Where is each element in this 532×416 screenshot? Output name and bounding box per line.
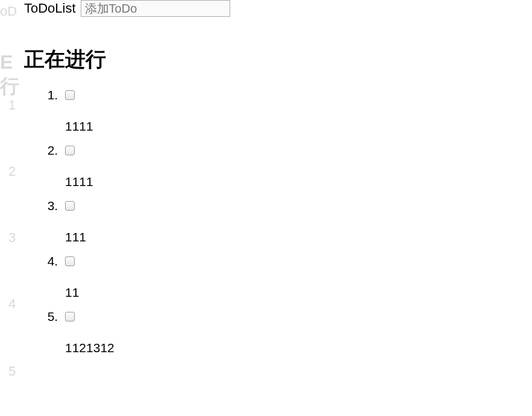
todo-checkbox[interactable] xyxy=(65,146,75,155)
todo-checkbox[interactable] xyxy=(65,201,75,211)
add-todo-input[interactable] xyxy=(81,0,230,17)
todo-text: 1111 xyxy=(65,119,532,134)
todo-text: 11 xyxy=(65,285,532,300)
header: ToDoList xyxy=(24,0,532,17)
list-item: 11 xyxy=(61,254,532,300)
todo-text: 1121312 xyxy=(65,341,532,355)
todo-list: 1111 1111 111 11 1121312 xyxy=(24,88,532,355)
todo-text: 1111 xyxy=(65,175,532,189)
todo-text: 111 xyxy=(65,230,532,244)
list-item: 111 xyxy=(61,199,532,244)
list-item: 1111 xyxy=(61,88,532,134)
todo-checkbox[interactable] xyxy=(65,312,75,321)
list-item: 1121312 xyxy=(61,309,532,355)
list-item: 1111 xyxy=(61,143,532,189)
ghost-number: 5 xyxy=(8,364,16,379)
app-title: ToDoList xyxy=(24,1,76,16)
todo-checkbox[interactable] xyxy=(65,90,75,100)
main-content: ToDoList 正在进行 1111 1111 111 11 1121312 xyxy=(0,0,532,355)
todo-checkbox[interactable] xyxy=(65,256,75,266)
section-heading-in-progress: 正在进行 xyxy=(24,46,532,73)
